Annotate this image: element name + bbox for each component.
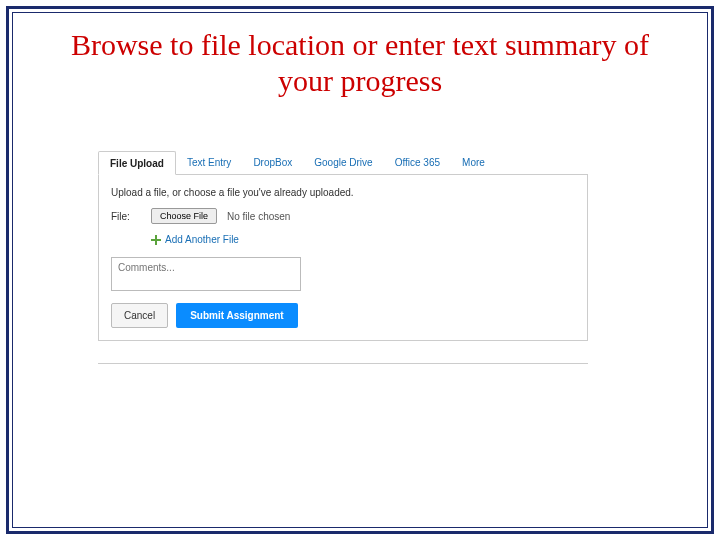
slide-outer-frame: Browse to file location or enter text su… — [6, 6, 714, 534]
upload-instruction: Upload a file, or choose a file you've a… — [111, 187, 575, 198]
add-another-file-link[interactable]: Add Another File — [151, 234, 575, 245]
comments-textarea[interactable] — [111, 257, 301, 291]
submit-assignment-button[interactable]: Submit Assignment — [176, 303, 298, 328]
file-field-label: File: — [111, 211, 141, 222]
upload-form: Upload a file, or choose a file you've a… — [98, 175, 588, 341]
no-file-text: No file chosen — [227, 211, 290, 222]
slide-title: Browse to file location or enter text su… — [13, 13, 707, 99]
tab-office-365[interactable]: Office 365 — [384, 151, 451, 174]
tab-dropbox[interactable]: DropBox — [242, 151, 303, 174]
add-another-file-label: Add Another File — [165, 234, 239, 245]
tab-file-upload[interactable]: File Upload — [98, 151, 176, 175]
tab-more[interactable]: More — [451, 151, 496, 174]
slide-inner-frame: Browse to file location or enter text su… — [12, 12, 708, 528]
divider — [98, 363, 588, 364]
cancel-button[interactable]: Cancel — [111, 303, 168, 328]
tabs-row: File Upload Text Entry DropBox Google Dr… — [98, 151, 588, 175]
tab-google-drive[interactable]: Google Drive — [303, 151, 383, 174]
button-row: Cancel Submit Assignment — [111, 303, 575, 328]
upload-panel: File Upload Text Entry DropBox Google Dr… — [98, 151, 588, 364]
tab-text-entry[interactable]: Text Entry — [176, 151, 242, 174]
file-row: File: Choose File No file chosen — [111, 208, 575, 224]
plus-icon — [151, 235, 161, 245]
choose-file-button[interactable]: Choose File — [151, 208, 217, 224]
